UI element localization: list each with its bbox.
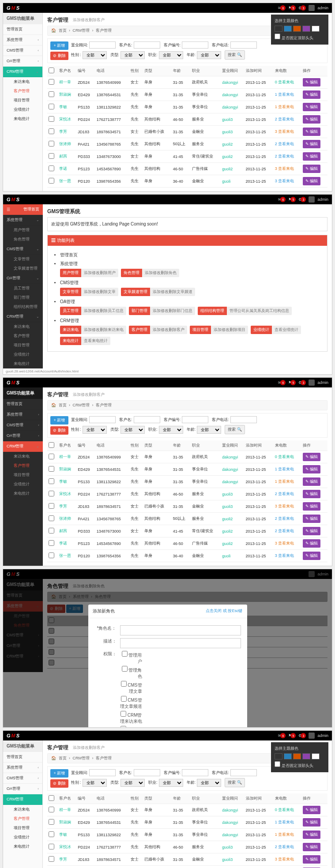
edit-button[interactable]: ✎ 编辑 (303, 90, 321, 99)
perm-checkbox[interactable]: CMS管理文章频道 (120, 696, 142, 710)
edit-button[interactable]: ✎ 编辑 (303, 165, 321, 173)
edit-button[interactable]: ✎ 编辑 (303, 830, 321, 839)
filter-select[interactable]: 全部 (197, 426, 221, 434)
sidebar-subitem[interactable]: 组织结构管理 (10, 302, 43, 312)
sidebar-subitem[interactable]: 来电统计 (10, 359, 43, 368)
search-button[interactable]: 搜索 🔍 (225, 425, 245, 434)
theme-selector[interactable]: 选择主题颜色 是否固定顶部头头 (271, 742, 328, 772)
sidebar-subitem[interactable]: 来电统计 (10, 842, 42, 851)
filter-select[interactable]: 全部 (159, 779, 183, 787)
func-tag[interactable]: 文章频道管理添加修改删除文章频道 (121, 288, 195, 296)
sidebar-subitem[interactable]: 客户管理 (10, 331, 43, 341)
del-button[interactable]: ⊘ 删除 (50, 426, 68, 435)
edit-button[interactable]: ✎ 编辑 (303, 177, 321, 185)
func-tag[interactable]: 角色管理添加修改删除角色 (121, 269, 179, 277)
theme-swatch[interactable] (284, 753, 292, 759)
edit-button[interactable]: ✎ 编辑 (303, 453, 321, 461)
row-checkbox[interactable] (49, 503, 54, 509)
filter-select[interactable]: 全部 (83, 51, 107, 59)
func-tag[interactable]: 文章管理添加修改删除文章 (60, 288, 118, 296)
edit-button[interactable]: ✎ 编辑 (303, 843, 321, 851)
sidebar-subitem[interactable]: 文章管理 (10, 255, 43, 264)
filter-select[interactable]: 全部 (159, 426, 183, 434)
sidebar-subitem[interactable]: 来访来电 (10, 322, 43, 331)
func-tag[interactable]: 业绩统计查看业绩统计 (251, 326, 301, 334)
filter-input[interactable] (182, 41, 208, 49)
filter-input[interactable] (182, 416, 208, 423)
theme-swatch[interactable] (312, 26, 320, 32)
edit-button[interactable]: ✎ 编辑 (303, 855, 321, 864)
edit-button[interactable]: ✎ 编辑 (303, 515, 321, 523)
row-checkbox[interactable] (49, 153, 54, 159)
menu-sys[interactable]: 系统管理‹ (3, 410, 43, 420)
theme-swatch[interactable] (275, 753, 282, 759)
filter-select[interactable]: 全部 (83, 779, 107, 787)
row-checkbox[interactable] (49, 178, 54, 184)
search-button[interactable]: 搜索 🔍 (225, 778, 245, 787)
theme-swatch[interactable] (302, 26, 310, 32)
sidebar-subitem[interactable]: 客户管理 (10, 814, 42, 823)
row-checkbox[interactable] (49, 454, 54, 459)
edit-button[interactable]: ✎ 编辑 (303, 539, 321, 548)
menu-crm[interactable]: CRM管理⌄ (3, 312, 43, 322)
row-checkbox[interactable] (49, 552, 54, 558)
sidebar-subitem[interactable]: 用户管理 (10, 225, 43, 235)
sidebar-subitem[interactable]: 客户管理 (10, 461, 43, 470)
theme-selector[interactable]: 选择主题颜色 是否固定顶部头头 (271, 15, 328, 45)
func-tag[interactable]: 来访来电添加修改删除来访来电 (60, 326, 126, 334)
edit-button[interactable]: ✎ 编辑 (303, 806, 321, 814)
perm-checkbox[interactable]: CMS管理文章 (120, 681, 142, 695)
sidebar-subitem[interactable]: 客户管理 (10, 86, 42, 96)
func-tag[interactable]: 客户管理添加修改删除客户 (129, 326, 187, 334)
edit-button[interactable]: ✎ 编辑 (303, 552, 321, 560)
perm-checkbox[interactable]: 管理用户 (120, 651, 142, 665)
filter-input[interactable] (134, 416, 160, 423)
role-name-input[interactable] (120, 625, 241, 635)
edit-button[interactable]: ✎ 编辑 (303, 465, 321, 473)
row-checkbox[interactable] (49, 491, 54, 496)
func-tag[interactable]: 组织结构管理管理公司从属关系及岗工结构信息 (198, 307, 292, 315)
row-checkbox[interactable] (49, 540, 54, 546)
edit-button[interactable]: ✎ 编辑 (303, 818, 321, 827)
filter-input[interactable] (230, 769, 257, 776)
filter-select[interactable]: 全部 (120, 51, 145, 59)
filter-input[interactable] (230, 41, 257, 49)
menu-home[interactable]: 管理首页 (3, 24, 42, 35)
edit-button[interactable]: ✎ 编辑 (303, 490, 321, 498)
filter-input[interactable] (134, 769, 160, 776)
theme-fixed-check[interactable]: 是否固定顶部头头 (275, 36, 313, 40)
func-tag[interactable]: 部门管理添加修改删除部门信息 (129, 307, 195, 315)
menu-cms[interactable]: CMS管理⌄ (3, 244, 43, 255)
notif-icon[interactable]: ✉6 (278, 5, 286, 11)
row-checkbox[interactable] (49, 466, 54, 472)
edit-button[interactable]: ✎ 编辑 (303, 103, 321, 111)
del-button[interactable]: ⊘ 删除 (50, 52, 68, 60)
theme-swatch[interactable] (284, 26, 292, 32)
edit-button[interactable]: ✎ 编辑 (303, 477, 321, 486)
row-checkbox[interactable] (49, 856, 54, 862)
menu-oa[interactable]: OA管理⌄ (3, 273, 43, 284)
theme-swatch[interactable] (293, 753, 301, 759)
sidebar-subitem[interactable]: 项目管理 (10, 823, 42, 833)
sidebar-subitem[interactable]: 项目管理 (10, 96, 42, 105)
sidebar-subitem[interactable]: 来访来电 (10, 77, 42, 86)
theme-swatch[interactable] (312, 753, 320, 759)
modal-close[interactable]: 点击关闭 或 按Esc键 (206, 608, 242, 614)
menu-sys[interactable]: 系统管理⌄ (3, 215, 43, 225)
menu-sys[interactable]: 系统管理‹ (3, 35, 42, 45)
filter-select[interactable]: 全部 (197, 779, 221, 787)
sidebar-subitem[interactable]: 项目管理 (10, 341, 43, 350)
sidebar-subitem[interactable]: 业绩统计 (10, 480, 43, 489)
edit-button[interactable]: ✎ 编辑 (303, 140, 321, 148)
sidebar-subitem[interactable]: 员工管理 (10, 284, 43, 293)
filter-input[interactable] (134, 41, 160, 49)
row-checkbox[interactable] (49, 831, 54, 837)
perm-checkbox[interactable]: CRM管理来访来电 (120, 711, 142, 725)
func-tag[interactable]: 用户管理添加修改删除用户 (60, 269, 118, 277)
row-checkbox[interactable] (49, 807, 54, 812)
menu-cms[interactable]: CMS管理‹ (3, 45, 42, 56)
filter-select[interactable]: 全部 (120, 779, 145, 787)
perm-checkbox[interactable]: CRM客户管理 (120, 726, 142, 728)
filter-input[interactable] (230, 416, 257, 423)
row-checkbox[interactable] (49, 116, 54, 122)
